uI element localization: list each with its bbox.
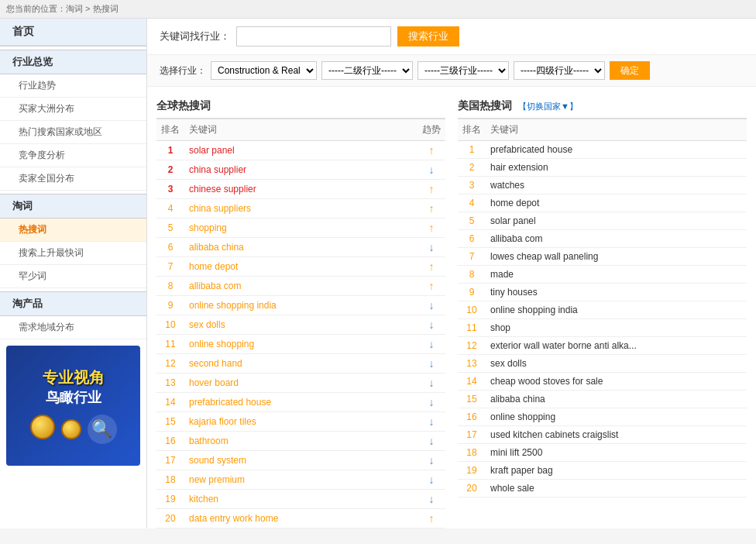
keyword-cell[interactable]: sex dolls: [486, 355, 747, 373]
trend-cell: ↓: [418, 393, 445, 412]
keyword-cell[interactable]: sound system: [184, 451, 418, 470]
confirm-button[interactable]: 确定: [610, 61, 650, 80]
keyword-cell[interactable]: tiny houses: [486, 284, 747, 301]
table-row: 6 alibaba china ↓: [156, 238, 445, 257]
sidebar-item-rare-words[interactable]: 罕少词: [0, 265, 146, 288]
keyword-cell[interactable]: chinese supplier: [184, 180, 418, 199]
keyword-cell[interactable]: home depot: [486, 195, 747, 212]
trend-up-icon: ↑: [429, 222, 435, 234]
sidebar-item-hot-search[interactable]: 热搜词: [0, 219, 146, 242]
trend-cell: ↓: [418, 374, 445, 393]
rank-cell: 10: [156, 315, 184, 335]
search-industry-button[interactable]: 搜索行业: [397, 26, 459, 46]
tables-area: 全球热搜词 排名 关键词 趋势 1 solar panel ↑ 2 china …: [147, 87, 756, 529]
rank-cell: 6: [458, 230, 486, 248]
rank-cell: 8: [458, 266, 486, 284]
sidebar-item-competition[interactable]: 竞争度分析: [0, 144, 146, 167]
keyword-cell[interactable]: online shopping: [184, 335, 418, 354]
trend-down-icon: ↓: [429, 473, 435, 486]
us-hot-table: 排名 关键词 1 prefabricated house 2 hair exte…: [458, 119, 747, 498]
trend-down-icon: ↓: [429, 338, 435, 350]
keyword-cell[interactable]: kraft paper bag: [486, 462, 747, 480]
trend-up-icon: ↑: [429, 202, 435, 215]
table-row: 7 lowes cheap wall paneling: [458, 248, 747, 266]
keyword-cell[interactable]: cheap wood stoves for sale: [486, 373, 747, 391]
keyword-cell[interactable]: lowes cheap wall paneling: [486, 248, 747, 266]
rank-cell: 19: [156, 490, 184, 509]
keyword-cell[interactable]: mini lift 2500: [486, 444, 747, 462]
keyword-cell[interactable]: sex dolls: [184, 315, 418, 335]
keyword-cell[interactable]: second hand: [184, 354, 418, 374]
keyword-cell[interactable]: watches: [486, 177, 747, 195]
trend-down-icon: ↓: [429, 357, 435, 370]
keyword-cell[interactable]: prefabricated house: [184, 393, 418, 412]
trend-cell: ↓: [418, 315, 445, 335]
keyword-cell[interactable]: bathroom: [184, 432, 418, 451]
industry-level2-select[interactable]: -----二级行业-----: [321, 61, 413, 80]
sidebar-item-industry-trend[interactable]: 行业趋势: [0, 74, 146, 98]
keyword-cell[interactable]: alibaba china: [184, 238, 418, 257]
keyword-cell[interactable]: china supplier: [184, 160, 418, 180]
keyword-search-input[interactable]: [236, 26, 391, 46]
toggle-country-button[interactable]: 【切换国家▼】: [518, 102, 578, 111]
trend-down-icon: ↓: [429, 377, 435, 389]
sidebar-item-rising-fast[interactable]: 搜索上升最快词: [0, 242, 146, 265]
rank-cell: 2: [458, 159, 486, 177]
keyword-cell[interactable]: online shopping india: [184, 296, 418, 315]
keyword-cell[interactable]: hair extension: [486, 159, 747, 177]
industry-level3-select[interactable]: -----三级行业-----: [418, 61, 509, 80]
keyword-cell[interactable]: whole sale: [486, 480, 747, 498]
sidebar-item-buyer-continent[interactable]: 买家大洲分布: [0, 98, 146, 121]
rank-cell: 5: [156, 219, 184, 238]
industry-level1-select[interactable]: Construction & Real: [211, 61, 317, 80]
keyword-cell[interactable]: shop: [486, 319, 747, 337]
keyword-cell[interactable]: solar panel: [486, 212, 747, 230]
table-row: 5 shopping ↑: [156, 219, 445, 238]
rank-cell: 13: [458, 355, 486, 373]
keyword-cell[interactable]: solar panel: [184, 141, 418, 160]
global-section-title: 全球热搜词: [156, 96, 445, 119]
keyword-cell[interactable]: allibaba com: [486, 230, 747, 248]
table-row: 8 made: [458, 266, 747, 284]
keyword-cell[interactable]: kajaria floor tiles: [184, 412, 418, 432]
keyword-cell[interactable]: kitchen: [184, 490, 418, 509]
industry-level4-select[interactable]: -----四级行业-----: [514, 61, 605, 80]
keyword-cell[interactable]: hover board: [184, 374, 418, 393]
table-row: 20 data entry work home ↑: [156, 509, 445, 529]
keyword-cell[interactable]: home depot: [184, 257, 418, 277]
keyword-cell[interactable]: allibaba com: [184, 277, 418, 296]
trend-down-icon: ↓: [429, 493, 435, 505]
keyword-cell[interactable]: prefabricated house: [486, 141, 747, 159]
sidebar-item-demand-distribution[interactable]: 需求地域分布: [0, 316, 146, 339]
table-row: 10 online shopping india: [458, 301, 747, 319]
keyword-cell[interactable]: china suppliers: [184, 199, 418, 219]
keyword-cell[interactable]: online shopping: [486, 408, 747, 426]
trend-cell: ↓: [418, 296, 445, 315]
keyword-cell[interactable]: alibaba china: [486, 391, 747, 408]
sidebar-section-taoci: 淘词: [0, 194, 146, 219]
keyword-cell[interactable]: exterior wall water borne anti alka...: [486, 337, 747, 355]
sidebar-home[interactable]: 首页: [0, 19, 146, 46]
keyword-cell[interactable]: shopping: [184, 219, 418, 238]
trend-cell: ↑: [418, 257, 445, 277]
rank-cell: 9: [458, 284, 486, 301]
keyword-cell[interactable]: used kitchen cabinets craigslist: [486, 426, 747, 444]
rank-cell: 9: [156, 296, 184, 315]
rank-cell: 6: [156, 238, 184, 257]
keyword-cell[interactable]: data entry work home: [184, 509, 418, 529]
sidebar-item-hot-countries[interactable]: 热门搜索国家或地区: [0, 121, 146, 144]
breadcrumb: 您当前的位置：淘词 > 热搜词: [0, 0, 756, 19]
rank-cell: 14: [156, 393, 184, 412]
keyword-cell[interactable]: online shopping india: [486, 301, 747, 319]
rank-cell: 12: [458, 337, 486, 355]
global-hot-section: 全球热搜词 排名 关键词 趋势 1 solar panel ↑ 2 china …: [156, 96, 445, 529]
table-row: 18 new premium ↓: [156, 470, 445, 490]
keyword-cell[interactable]: new premium: [184, 470, 418, 490]
keyword-cell[interactable]: made: [486, 266, 747, 284]
rank-cell: 15: [156, 412, 184, 432]
us-section-title: 美国热搜词 【切换国家▼】: [458, 96, 747, 119]
coin-icon: [30, 415, 55, 439]
rank-cell: 11: [156, 335, 184, 354]
sidebar-item-seller-distribution[interactable]: 卖家全国分布: [0, 167, 146, 191]
table-row: 5 solar panel: [458, 212, 747, 230]
